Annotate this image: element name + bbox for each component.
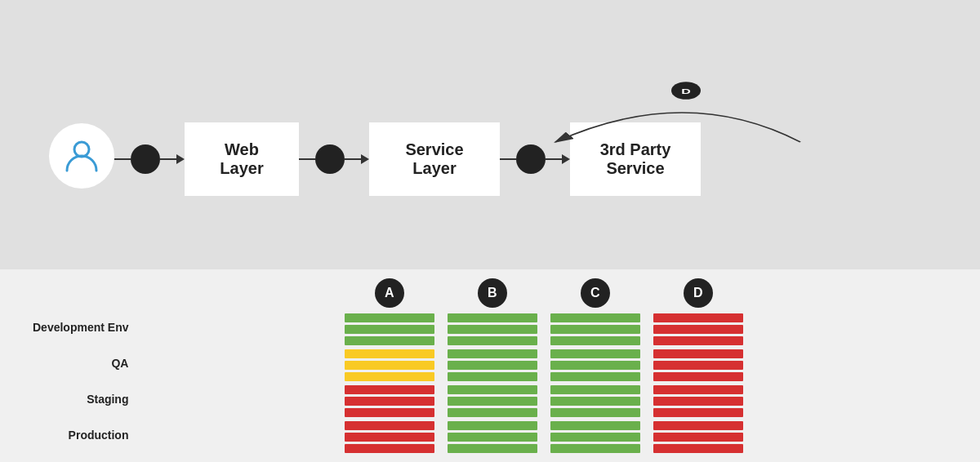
col-group-d: D xyxy=(653,277,743,455)
bar-strip-yellow xyxy=(345,349,434,358)
col-cells-b xyxy=(448,313,537,453)
bar-strip-yellow xyxy=(345,361,434,370)
bar-strip-green xyxy=(550,444,640,453)
bar-strip-green xyxy=(550,325,640,334)
bar-cell-a-row1 xyxy=(345,349,434,381)
bar-strip-red xyxy=(653,325,743,334)
matrix-badge-c: C xyxy=(581,278,610,308)
bar-strip-green xyxy=(448,325,537,334)
bar-cell-c-row2 xyxy=(550,384,640,417)
bar-strip-green xyxy=(448,313,537,322)
row-label-dev: Development Env xyxy=(33,309,140,345)
table-area: Development Env QA Staging Production AB… xyxy=(0,269,980,462)
bar-cell-d-row2 xyxy=(653,384,743,417)
bar-cell-b-row1 xyxy=(448,349,537,381)
bar-cell-a-row2 xyxy=(345,384,434,417)
bar-strip-green xyxy=(550,372,640,381)
bar-strip-green xyxy=(550,313,640,322)
bar-cell-d-row3 xyxy=(653,420,743,453)
bar-strip-green xyxy=(345,313,434,322)
bar-strip-green xyxy=(550,408,640,417)
bar-cell-b-row3 xyxy=(448,420,537,453)
svg-text:D: D xyxy=(681,87,691,96)
bar-strip-green xyxy=(448,336,537,345)
row-label-production: Production xyxy=(33,417,140,453)
bar-strip-yellow xyxy=(345,372,434,381)
bar-cell-a-row0 xyxy=(345,313,434,345)
diagram-area: D WebLayer xyxy=(0,0,980,269)
bar-strip-green xyxy=(448,397,537,406)
bar-strip-red xyxy=(345,433,434,442)
bar-cell-b-row0 xyxy=(448,313,537,345)
bar-strip-green xyxy=(448,361,537,370)
bar-cell-c-row1 xyxy=(550,349,640,381)
bar-strip-green xyxy=(448,433,537,442)
matrix-badge-d: D xyxy=(684,278,713,308)
col-header-d: D xyxy=(684,277,713,309)
col-group-a: A xyxy=(345,277,434,455)
bar-strip-green xyxy=(550,397,640,406)
row-labels: Development Env QA Staging Production xyxy=(33,277,140,455)
bar-strip-green xyxy=(448,385,537,394)
bar-strip-green xyxy=(550,385,640,394)
col-group-b: B xyxy=(448,277,537,455)
bar-cell-c-row0 xyxy=(550,313,640,345)
row-label-qa: QA xyxy=(33,345,140,381)
bar-strip-green xyxy=(448,408,537,417)
col-header-b: B xyxy=(478,277,507,309)
matrix-badge-b: B xyxy=(478,278,507,308)
bar-strip-red xyxy=(653,433,743,442)
bar-cell-a-row3 xyxy=(345,420,434,453)
bar-strip-red xyxy=(653,385,743,394)
bar-strip-red xyxy=(345,408,434,417)
bar-strip-green xyxy=(448,349,537,358)
bar-strip-green xyxy=(550,349,640,358)
bar-strip-green xyxy=(345,325,434,334)
matrix-badge-a: A xyxy=(375,278,404,308)
bar-strip-red xyxy=(653,336,743,345)
bar-strip-red xyxy=(653,372,743,381)
diagram-inner: D WebLayer xyxy=(49,73,931,196)
row-label-header-spacer xyxy=(33,277,140,309)
col-cells-c xyxy=(550,313,640,453)
bar-strip-green xyxy=(448,421,537,430)
bar-strip-red xyxy=(653,313,743,322)
bar-strip-red xyxy=(345,397,434,406)
bar-strip-red xyxy=(653,349,743,358)
col-cells-a xyxy=(345,313,434,453)
col-header-c: C xyxy=(581,277,610,309)
bar-strip-green xyxy=(550,336,640,345)
bar-cell-d-row1 xyxy=(653,349,743,381)
bar-strip-red xyxy=(653,444,743,453)
bar-strip-green xyxy=(448,444,537,453)
bar-strip-red xyxy=(345,385,434,394)
matrix-container: Development Env QA Staging Production AB… xyxy=(33,277,947,455)
bar-strip-red xyxy=(653,421,743,430)
row-label-staging: Staging xyxy=(33,381,140,417)
bar-strip-red xyxy=(653,397,743,406)
col-cells-d xyxy=(653,313,743,453)
bar-strip-red xyxy=(653,408,743,417)
bar-strip-red xyxy=(345,421,434,430)
bar-strip-green xyxy=(345,336,434,345)
bar-strip-green xyxy=(550,433,640,442)
bar-strip-green xyxy=(448,372,537,381)
col-header-a: A xyxy=(375,277,404,309)
columns-area: ABCD xyxy=(140,277,947,455)
bar-cell-d-row0 xyxy=(653,313,743,345)
col-group-c: C xyxy=(550,277,640,455)
bar-strip-green xyxy=(550,421,640,430)
bar-strip-red xyxy=(345,444,434,453)
bar-cell-c-row3 xyxy=(550,420,640,453)
bar-cell-b-row2 xyxy=(448,384,537,417)
bar-strip-green xyxy=(550,361,640,370)
curved-arrow-svg: D xyxy=(49,73,931,196)
bar-strip-red xyxy=(653,361,743,370)
